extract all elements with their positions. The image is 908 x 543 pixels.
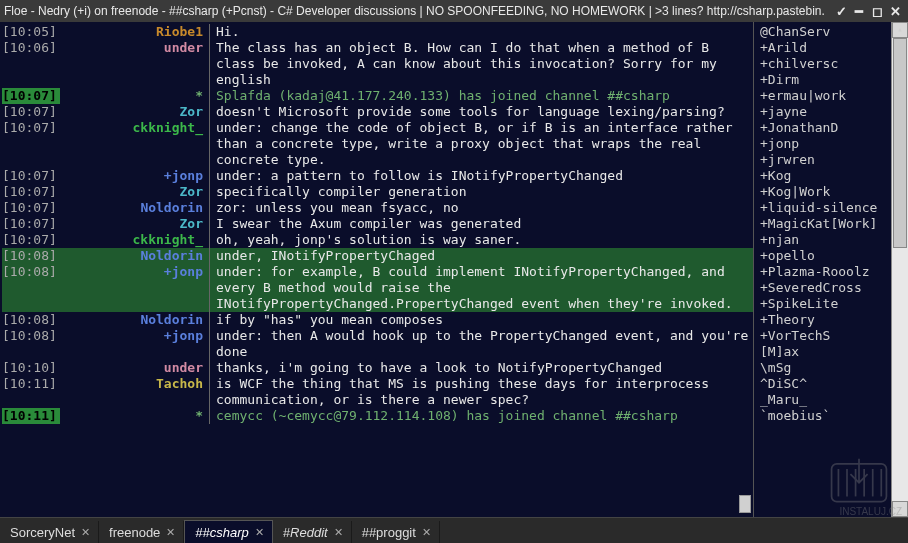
nicklist-item[interactable]: +Dirm [760, 72, 891, 88]
message-text: under: for example, B could implement IN… [210, 264, 753, 312]
message-text: I swear the Axum compiler was generated [210, 216, 753, 232]
nicklist-item[interactable]: +Kog|Work [760, 184, 891, 200]
close-icon[interactable]: ✕ [255, 526, 264, 539]
nicklist-item[interactable]: +Kog [760, 168, 891, 184]
main-area: [10:05]Riobe1Hi.[10:06]underThe class ha… [0, 22, 908, 517]
chat-line: [10:05]Riobe1Hi. [2, 24, 753, 40]
nicklist-item[interactable]: +JonathanD [760, 120, 891, 136]
tab-label: #Reddit [283, 525, 328, 540]
timestamp: [10:07] [2, 232, 60, 248]
nick: +jonp [60, 328, 210, 360]
nick: Riobe1 [60, 24, 210, 40]
nick: Tachoh [60, 376, 210, 408]
close-icon[interactable]: ✕ [166, 526, 175, 539]
message-text: The class has an object B. How can I do … [210, 40, 753, 88]
nick: ckknight_ [60, 120, 210, 168]
chat-line: [10:08]Noldorinunder, INotifyPropertyCha… [2, 248, 753, 264]
message-text: zor: unless you mean fsyacc, no [210, 200, 753, 216]
nicklist-pane: @ChanServ+Arild+chilversc+Dirm+ermau|wor… [753, 22, 908, 517]
close-button[interactable]: ✕ [886, 4, 904, 19]
chat-pane: [10:05]Riobe1Hi.[10:06]underThe class ha… [0, 22, 753, 517]
nicklist-item[interactable]: +jonp [760, 136, 891, 152]
nicklist-item[interactable]: +jrwren [760, 152, 891, 168]
timestamp: [10:11] [2, 408, 60, 424]
message-text: doesn't Microsoft provide some tools for… [210, 104, 753, 120]
scroll-down-button[interactable]: ▾ [892, 501, 908, 517]
chat-lines: [10:05]Riobe1Hi.[10:06]underThe class ha… [0, 22, 753, 426]
nicklist-item[interactable]: +liquid-silence [760, 200, 891, 216]
timestamp: [10:07] [2, 88, 60, 104]
chat-scrollbar[interactable] [738, 22, 753, 517]
nick: * [60, 88, 210, 104]
nicklist: @ChanServ+Arild+chilversc+Dirm+ermau|wor… [754, 22, 891, 517]
timestamp: [10:07] [2, 120, 60, 168]
tab-label: SorceryNet [10, 525, 75, 540]
tab[interactable]: SorceryNet✕ [0, 521, 99, 543]
maximize-button[interactable]: ◻ [868, 4, 886, 19]
close-icon[interactable]: ✕ [422, 526, 431, 539]
nicklist-item[interactable]: [M]ax [760, 344, 891, 360]
timestamp: [10:07] [2, 200, 60, 216]
chat-line: [10:07]ZorI swear the Axum compiler was … [2, 216, 753, 232]
timestamp: [10:07] [2, 168, 60, 184]
nicklist-item[interactable]: +chilversc [760, 56, 891, 72]
nicklist-item[interactable]: +VorTechS [760, 328, 891, 344]
chat-line: [10:08]+jonpunder: for example, B could … [2, 264, 753, 312]
message-text: Splafda (kadaj@41.177.240.133) has joine… [210, 88, 753, 104]
nicklist-item[interactable]: +jayne [760, 104, 891, 120]
chat-line: [10:08]+jonpunder: then A would hook up … [2, 328, 753, 360]
nicklist-item[interactable]: \mSg [760, 360, 891, 376]
tab[interactable]: freenode✕ [99, 521, 184, 543]
nicklist-item[interactable]: +Arild [760, 40, 891, 56]
message-text: if by "has" you mean composes [210, 312, 753, 328]
nicklist-item[interactable]: @ChanServ [760, 24, 891, 40]
nicklist-item[interactable]: +Plazma-Rooolz [760, 264, 891, 280]
nick: +jonp [60, 168, 210, 184]
chat-line: [10:07]Zordoesn't Microsoft provide some… [2, 104, 753, 120]
nicklist-item[interactable]: +njan [760, 232, 891, 248]
nick: * [60, 408, 210, 424]
scroll-up-button[interactable]: ▴ [892, 22, 908, 38]
message-text: thanks, i'm going to have a look to Noti… [210, 360, 753, 376]
chat-line: [10:07]Zorspecifically compiler generati… [2, 184, 753, 200]
timestamp: [10:06] [2, 40, 60, 88]
chat-line: [10:07]Noldorinzor: unless you mean fsya… [2, 200, 753, 216]
nicklist-item[interactable]: ^DiSC^ [760, 376, 891, 392]
scrollbar-thumb[interactable] [893, 38, 907, 248]
tab[interactable]: ##csharp✕ [184, 520, 272, 543]
chat-line: [10:07]ckknight_under: change the code o… [2, 120, 753, 168]
chat-line: [10:11]*cemycc (~cemycc@79.112.114.108) … [2, 408, 753, 424]
timestamp: [10:11] [2, 376, 60, 408]
nicklist-item[interactable]: +opello [760, 248, 891, 264]
close-icon[interactable]: ✕ [334, 526, 343, 539]
nick: +jonp [60, 264, 210, 312]
chat-line: [10:08]Noldorinif by "has" you mean comp… [2, 312, 753, 328]
message-text: cemycc (~cemycc@79.112.114.108) has join… [210, 408, 753, 424]
nicklist-item[interactable]: `moebius` [760, 408, 891, 424]
nick: Noldorin [60, 248, 210, 264]
scrollbar-thumb[interactable] [739, 495, 751, 513]
timestamp: [10:07] [2, 216, 60, 232]
timestamp: [10:08] [2, 312, 60, 328]
nick: Noldorin [60, 312, 210, 328]
nicklist-item[interactable]: +MagicKat[Work] [760, 216, 891, 232]
nicklist-item[interactable]: _Maru_ [760, 392, 891, 408]
chat-line: [10:07]+jonpunder: a pattern to follow i… [2, 168, 753, 184]
check-icon[interactable]: ✓ [832, 4, 850, 19]
nicklist-item[interactable]: +SpikeLite [760, 296, 891, 312]
message-text: under: then A would hook up to the Prope… [210, 328, 753, 360]
nick: ckknight_ [60, 232, 210, 248]
tab[interactable]: ##proggit✕ [352, 521, 440, 543]
chat-line: [10:07]ckknight_oh, yeah, jonp's solutio… [2, 232, 753, 248]
nicklist-item[interactable]: +SeveredCross [760, 280, 891, 296]
minimize-button[interactable]: ━ [850, 4, 868, 19]
timestamp: [10:07] [2, 184, 60, 200]
nick: under [60, 360, 210, 376]
nicklist-item[interactable]: +Theory [760, 312, 891, 328]
tab[interactable]: #Reddit✕ [273, 521, 352, 543]
nicklist-scrollbar[interactable]: ▴ ▾ [891, 22, 908, 517]
nick: Noldorin [60, 200, 210, 216]
close-icon[interactable]: ✕ [81, 526, 90, 539]
nicklist-item[interactable]: +ermau|work [760, 88, 891, 104]
chat-line: [10:11]Tachohis WCF the thing that MS is… [2, 376, 753, 408]
